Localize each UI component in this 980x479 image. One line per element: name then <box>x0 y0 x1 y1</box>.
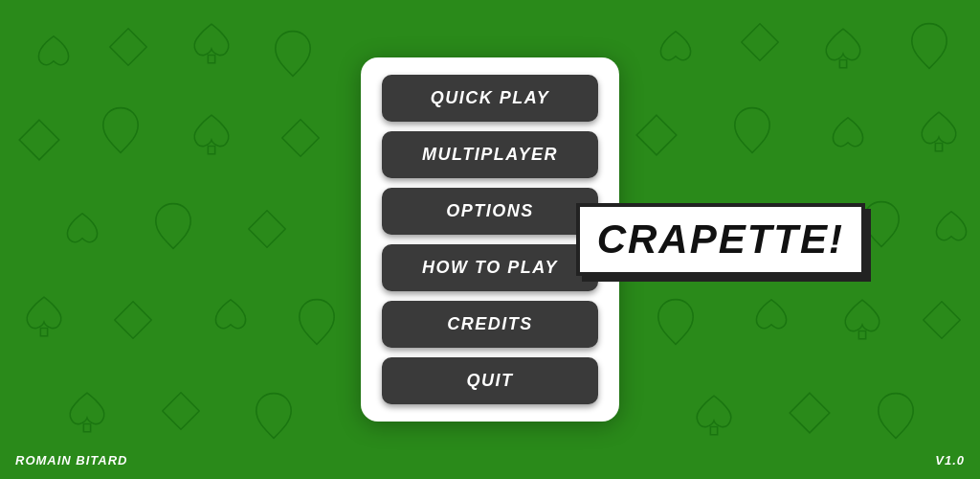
bg-symbol <box>148 201 198 251</box>
bg-symbol <box>105 24 151 70</box>
bg-symbol <box>268 29 318 79</box>
bg-symbol <box>926 204 976 254</box>
bg-symbol <box>689 391 739 441</box>
bg-symbol <box>96 105 145 155</box>
version-label: V1.0 <box>935 453 965 468</box>
bg-symbol <box>110 297 156 343</box>
bg-symbol <box>57 206 107 256</box>
bg-symbol <box>158 388 204 434</box>
options-button[interactable]: OPTIONS <box>382 188 598 235</box>
bg-symbol <box>651 297 701 347</box>
multiplayer-button[interactable]: MULTIPLAYER <box>382 131 598 178</box>
game-title-box: CRAPETTE! <box>576 203 865 276</box>
bg-symbol <box>904 21 954 71</box>
bg-symbol <box>727 105 777 155</box>
bg-symbol <box>818 24 868 74</box>
bg-symbol <box>206 292 256 342</box>
bg-symbol <box>746 292 796 342</box>
bg-symbol <box>871 391 921 441</box>
bg-symbol <box>14 115 64 165</box>
bg-symbol <box>785 388 835 438</box>
bg-symbol <box>187 19 236 69</box>
bg-symbol <box>823 110 873 160</box>
bg-symbol <box>651 24 701 74</box>
quick-play-button[interactable]: QUICK PLAY <box>382 75 598 122</box>
bg-symbol <box>187 110 236 160</box>
bg-symbol <box>919 297 965 343</box>
bg-symbol <box>737 19 783 65</box>
credits-button[interactable]: CREDITS <box>382 301 598 348</box>
bg-symbol <box>292 297 342 347</box>
bg-symbol <box>914 107 964 157</box>
bg-symbol <box>249 391 299 441</box>
quit-button[interactable]: QUIT <box>382 357 598 404</box>
bg-symbol <box>632 110 681 160</box>
bg-symbol <box>19 292 69 342</box>
bg-symbol <box>62 388 112 438</box>
game-title: CRAPETTE! <box>597 217 844 262</box>
how-to-play-button[interactable]: HOW TO PLAY <box>382 244 598 291</box>
bg-symbol <box>29 29 78 79</box>
bg-symbol <box>278 115 323 161</box>
bg-symbol <box>244 206 290 252</box>
bg-symbol <box>837 295 887 345</box>
author-label: ROMAIN BITARD <box>15 453 127 468</box>
